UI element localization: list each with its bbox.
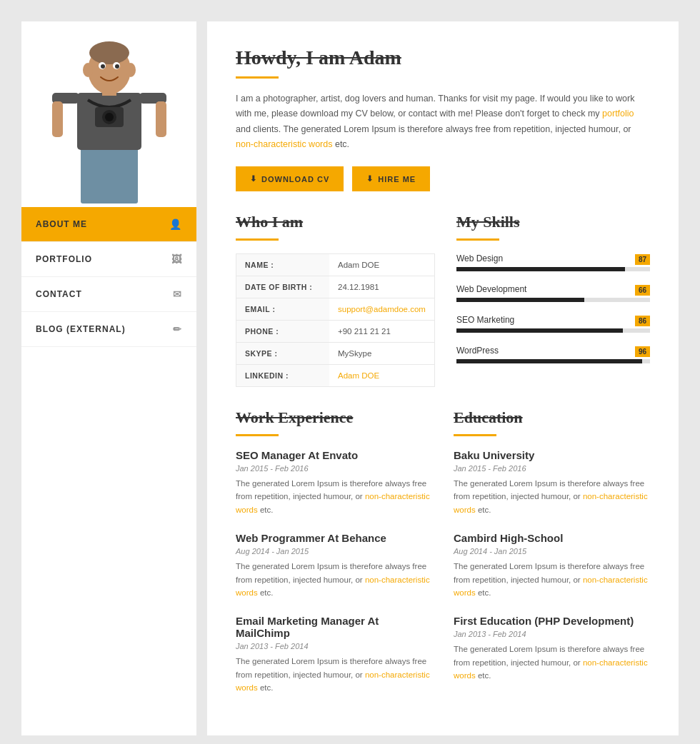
edu-item-1: Cambird High-School Aug 2014 - Jan 2015 … [454, 532, 650, 599]
who-i-am-col: Who I am NAME : Adam DOE DATE OF BIRTH :… [236, 213, 435, 387]
skill-webdev-bar: 66 [456, 298, 650, 302]
nav-item-about[interactable]: ABOUT ME 👤 [21, 207, 196, 242]
intro-text: I am a photographer, artist, dog lovers … [236, 91, 650, 152]
edu-date-0: Jan 2015 - Feb 2016 [454, 464, 650, 473]
phone-label: PHONE : [236, 321, 329, 342]
skill-webdev-header: Web Development [456, 284, 650, 294]
skill-wordpress-bar: 96 [456, 359, 650, 363]
work-date-1: Aug 2014 - Jan 2015 [236, 547, 432, 556]
who-i-am-title: Who I am [236, 213, 435, 231]
skill-webdesign: Web Design 87 [456, 253, 650, 271]
svg-point-7 [89, 41, 129, 64]
email-label: EMAIL : [236, 298, 329, 320]
page-title: Howdy, I am Adam [236, 46, 650, 69]
download-icon: ⬇ [250, 174, 257, 184]
linkedin-value[interactable]: Adam DOE [329, 365, 388, 386]
nav-item-contact[interactable]: CONTACT ✉ [21, 277, 196, 312]
svg-point-13 [115, 64, 119, 69]
svg-point-8 [83, 63, 93, 77]
skill-webdev-badge: 66 [635, 285, 650, 296]
skill-webdev-name: Web Development [456, 284, 527, 294]
sidebar-nav: ABOUT ME 👤 PORTFOLIO 🖼 CONTACT ✉ BLOG (E… [21, 207, 196, 735]
work-desc-1: The generated Lorem Ipsum is therefore a… [236, 560, 432, 599]
skill-webdesign-fill [456, 267, 625, 271]
btn-row: ⬇ DOWNLOAD CV ⬇ HIRE ME [236, 166, 650, 191]
nav-label-portfolio: PORTFOLIO [36, 254, 171, 264]
skill-wordpress-header: WordPress [456, 346, 650, 356]
work-item-0: SEO Manager At Envato Jan 2015 - Feb 201… [236, 449, 432, 516]
mail-icon: ✉ [173, 288, 182, 300]
education-title: Education [454, 408, 650, 427]
edu-desc-1: The generated Lorem Ipsum is therefore a… [454, 560, 650, 599]
accent-line-edu [454, 434, 496, 436]
nonchar-link-e0[interactable]: non-characteristic words [454, 492, 648, 513]
email-value[interactable]: support@adamdoe.com [329, 298, 434, 320]
nonchar-link-e1[interactable]: non-characteristic words [454, 575, 648, 597]
person-icon: 👤 [169, 218, 182, 230]
info-row-dob: DATE OF BIRTH : 24.12.1981 [236, 276, 435, 298]
svg-point-12 [101, 64, 105, 69]
dob-label: DATE OF BIRTH : [236, 276, 329, 298]
linkedin-label: LINKEDIN : [236, 365, 329, 386]
skill-webdesign-badge: 87 [635, 254, 650, 265]
skill-webdesign-header: Web Design [456, 253, 650, 263]
info-row-skype: SKYPE : MySkype [236, 342, 435, 364]
nonchar-link-w0[interactable]: non-characteristic words [236, 492, 430, 513]
sidebar: ABOUT ME 👤 PORTFOLIO 🖼 CONTACT ✉ BLOG (E… [21, 21, 196, 735]
phone-value: +90 211 21 21 [329, 321, 399, 342]
skill-seo-bar: 86 [456, 328, 650, 333]
work-title-1: Web Programmer At Behance [236, 532, 432, 544]
info-table: NAME : Adam DOE DATE OF BIRTH : 24.12.19… [236, 253, 435, 387]
name-value: Adam DOE [329, 254, 388, 276]
work-date-0: Jan 2015 - Feb 2016 [236, 464, 432, 473]
work-title-0: SEO Manager At Envato [236, 449, 432, 461]
name-label: NAME : [236, 254, 329, 276]
nonchar-link[interactable]: non-characteristic words [236, 139, 332, 149]
nav-item-portfolio[interactable]: PORTFOLIO 🖼 [21, 242, 196, 277]
header-section: Howdy, I am Adam I am a photographer, ar… [236, 46, 650, 191]
hire-me-button[interactable]: ⬇ HIRE ME [352, 166, 430, 191]
skills-list: Web Design 87 Web Development [456, 253, 650, 363]
work-item-1: Web Programmer At Behance Aug 2014 - Jan… [236, 532, 432, 599]
profile-photo [21, 21, 196, 207]
hire-icon: ⬇ [366, 174, 374, 184]
download-cv-button[interactable]: ⬇ DOWNLOAD CV [236, 166, 344, 191]
skype-label: SKYPE : [236, 343, 329, 364]
page-wrapper: ABOUT ME 👤 PORTFOLIO 🖼 CONTACT ✉ BLOG (E… [21, 21, 679, 735]
dob-value: 24.12.1981 [329, 276, 388, 298]
nav-label-blog: BLOG (EXTERNAL) [36, 324, 173, 334]
nav-item-blog[interactable]: BLOG (EXTERNAL) ✏ [21, 312, 196, 347]
skill-webdesign-name: Web Design [456, 253, 503, 263]
skill-wordpress-name: WordPress [456, 346, 499, 356]
skill-wordpress-badge: 96 [635, 346, 650, 357]
main-content: Howdy, I am Adam I am a photographer, ar… [207, 21, 679, 735]
skill-seo-badge: 86 [635, 316, 650, 326]
skill-seo: SEO Marketing 86 [456, 315, 650, 333]
nonchar-link-w1[interactable]: non-characteristic words [236, 575, 430, 597]
edit-icon: ✏ [173, 323, 182, 335]
edu-title-0: Baku University [454, 449, 650, 461]
skype-value: MySkype [329, 343, 380, 364]
info-row-name: NAME : Adam DOE [236, 253, 435, 276]
info-row-linkedin: LINKEDIN : Adam DOE [236, 364, 435, 387]
svg-point-9 [126, 63, 136, 77]
nonchar-link-w2[interactable]: non-characteristic words [236, 670, 430, 692]
skill-webdesign-bar: 87 [456, 267, 650, 271]
nonchar-link-e2[interactable]: non-characteristic words [454, 658, 648, 680]
portfolio-link[interactable]: portfolio [602, 109, 634, 119]
work-desc-2: The generated Lorem Ipsum is therefore a… [236, 655, 432, 694]
svg-rect-17 [156, 101, 166, 137]
skill-webdev-fill [456, 298, 584, 302]
my-skills-col: My Skills Web Design 87 W [456, 213, 650, 387]
info-row-email: EMAIL : support@adamdoe.com [236, 298, 435, 320]
skills-title: My Skills [456, 213, 650, 231]
accent-line-who [236, 238, 279, 241]
accent-line-skills [456, 238, 499, 241]
work-title: Work Experience [236, 408, 432, 427]
accent-line [236, 76, 279, 79]
work-experience-col: Work Experience SEO Manager At Envato Ja… [236, 408, 432, 710]
work-title-2: Email Marketing Manager At MailChimp [236, 615, 432, 639]
edu-date-1: Aug 2014 - Jan 2015 [454, 547, 650, 556]
edu-desc-2: The generated Lorem Ipsum is therefore a… [454, 643, 650, 682]
skill-seo-header: SEO Marketing [456, 315, 650, 325]
